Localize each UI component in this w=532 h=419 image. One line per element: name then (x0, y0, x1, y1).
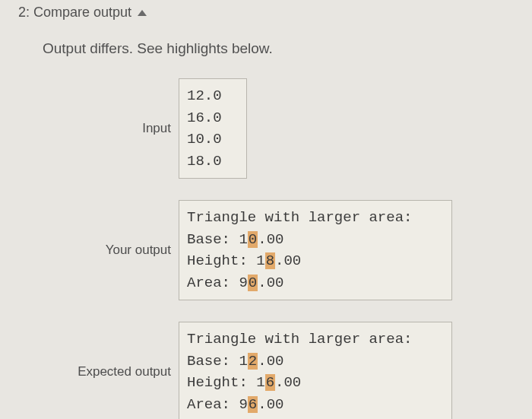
output-text: .00 (258, 396, 283, 413)
expected-output-box: Triangle with larger area: Base: 12.00 H… (179, 322, 452, 419)
your-output-row: Your output Triangle with larger area: B… (0, 200, 532, 300)
input-box: 12.0 16.0 10.0 18.0 (179, 78, 247, 179)
output-text: Base: 1 (187, 231, 248, 248)
input-label: Input (0, 121, 179, 136)
output-text: .00 (258, 275, 283, 291)
section-header[interactable]: 2: Compare output (0, 0, 532, 21)
diff-message: Output differs. See highlights below. (0, 21, 532, 57)
output-text: Base: 1 (187, 353, 248, 370)
input-line: 18.0 (187, 153, 222, 170)
expected-output-label: Expected output (0, 364, 179, 379)
diff-highlight: 2 (248, 353, 258, 370)
diff-highlight: 6 (248, 396, 258, 413)
input-line: 16.0 (187, 110, 222, 126)
input-row: Input 12.0 16.0 10.0 18.0 (0, 78, 532, 179)
output-text: Triangle with larger area: (187, 209, 412, 226)
diff-highlight: 8 (265, 252, 275, 269)
output-text: Height: 1 (187, 252, 265, 269)
output-text: Area: 9 (187, 275, 248, 291)
output-text: .00 (258, 353, 283, 370)
output-text: .00 (275, 252, 301, 269)
diff-highlight: 0 (248, 231, 258, 248)
expected-output-row: Expected output Triangle with larger are… (0, 322, 532, 419)
output-text: Area: 9 (187, 396, 248, 413)
chevron-up-icon (138, 10, 147, 16)
input-line: 10.0 (187, 131, 222, 148)
section-title: 2: Compare output (18, 5, 131, 21)
output-text: .00 (275, 374, 301, 391)
output-text: .00 (258, 231, 283, 248)
diff-highlight: 0 (248, 275, 258, 291)
output-text: Triangle with larger area: (187, 331, 412, 348)
your-output-label: Your output (0, 243, 179, 258)
your-output-box: Triangle with larger area: Base: 10.00 H… (179, 200, 452, 300)
input-line: 12.0 (187, 87, 222, 104)
output-text: Height: 1 (187, 374, 265, 391)
diff-highlight: 6 (265, 374, 275, 391)
